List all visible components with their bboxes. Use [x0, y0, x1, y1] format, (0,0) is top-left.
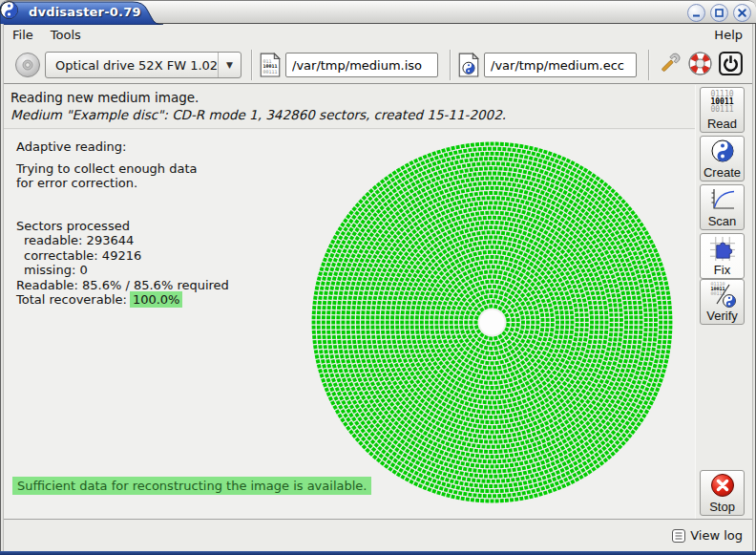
toolbar-separator — [648, 50, 650, 80]
total-recoverable-line: Total recoverable:100.0% — [16, 292, 229, 308]
quit-button[interactable] — [716, 51, 745, 79]
minimize-button[interactable] — [687, 4, 705, 22]
maximize-icon — [712, 6, 726, 20]
reading-description: Trying to collect enough data — [16, 161, 229, 177]
sectors-correctable: correctable: 49216 — [16, 248, 229, 264]
verify-button[interactable]: 01110 10011 00111 Verify — [700, 279, 745, 325]
menu-file[interactable]: File — [4, 26, 42, 44]
yin-yang-icon — [711, 139, 734, 162]
status-line1: Reading new medium image. — [10, 90, 695, 105]
iso-icon-binary-line: 00111 — [262, 69, 277, 75]
maximize-button[interactable] — [710, 4, 728, 22]
sectors-processed-title: Sectors processed — [16, 219, 229, 234]
yin-yang-icon — [723, 294, 736, 308]
scan-button[interactable]: Scan — [700, 184, 745, 230]
success-message: Sufficient data for reconstructing the i… — [12, 477, 371, 495]
compare-icon: 01110 10011 00111 — [709, 282, 736, 308]
optical-drive-icon — [14, 52, 41, 78]
create-button-label: Create — [704, 165, 741, 180]
toolbar-separator — [251, 50, 253, 80]
view-log-label[interactable]: View log — [690, 528, 743, 543]
close-button[interactable] — [733, 4, 751, 22]
disc-spiral-canvas — [304, 134, 682, 512]
reading-mode-heading: Adaptive reading: — [16, 139, 229, 155]
create-button[interactable]: Create — [700, 136, 745, 181]
wrench-icon — [657, 52, 682, 76]
stop-icon — [710, 473, 735, 498]
lifebelt-icon — [687, 51, 713, 76]
status-area: Reading new medium image. Medium "Exampl… — [4, 85, 695, 129]
power-icon — [718, 51, 744, 76]
close-icon — [735, 6, 749, 20]
titlebar[interactable]: dvdisaster-0.79 — [0, 0, 756, 24]
reading-info-panel: Adaptive reading: Trying to collect enou… — [16, 139, 229, 308]
sectors-readable: readable: 293644 — [16, 233, 229, 248]
verify-button-label: Verify — [706, 309, 738, 323]
stop-button[interactable]: Stop — [700, 470, 745, 516]
window-title: dvdisaster-0.79 — [29, 5, 141, 19]
toolbar-separator — [450, 50, 452, 80]
adaptive-reading-panel: Adaptive reading: Trying to collect enou… — [4, 130, 695, 519]
fix-button-label: Fix — [714, 263, 730, 277]
drive-selector-value: Optical drive 52X FW 1.02 — [46, 58, 218, 73]
preferences-button[interactable] — [655, 51, 683, 79]
image-file-input[interactable] — [285, 53, 438, 77]
bottom-statusbar: View log — [4, 519, 752, 551]
fix-button[interactable]: Fix — [700, 233, 745, 279]
dvdisaster-window: dvdisaster-0.79 File Tools Help — [0, 0, 756, 555]
total-recoverable-label: Total recoverable: — [16, 292, 127, 307]
menu-tools[interactable]: Tools — [42, 26, 90, 44]
window-border-right — [752, 24, 756, 551]
ecc-file-icon — [458, 53, 479, 77]
scan-button-label: Scan — [708, 214, 737, 228]
status-line2: Medium "Example disc": CD-R mode 1, 3428… — [10, 107, 695, 122]
total-recoverable-value: 100.0% — [130, 291, 183, 308]
chevron-down-icon: ▼ — [218, 53, 241, 77]
curve-chart-icon — [709, 188, 736, 211]
puzzle-piece-icon — [709, 236, 736, 262]
titlebar-tab: dvdisaster-0.79 — [0, 1, 164, 25]
reading-description: for error correction. — [16, 176, 229, 191]
minimize-icon — [689, 6, 704, 20]
read-button-label: Read — [707, 117, 737, 131]
dvdisaster-logo-icon — [0, 1, 18, 19]
iso-file-icon: 011 10011 00111 — [260, 53, 281, 77]
window-border-left — [0, 24, 4, 551]
window-border-bottom — [0, 551, 756, 555]
read-binary-icon: 01110 10011 00111 — [701, 88, 744, 117]
menu-help[interactable]: Help — [704, 26, 752, 44]
menubar: File Tools Help — [4, 25, 752, 45]
sidebar-separator — [695, 85, 696, 519]
drive-selector[interactable]: Optical drive 52X FW 1.02 ▼ — [45, 52, 242, 78]
view-log-icon — [671, 528, 686, 544]
sectors-missing: missing: 0 — [16, 263, 229, 278]
help-button[interactable] — [685, 51, 714, 79]
read-button[interactable]: 01110 10011 00111 Read — [700, 87, 745, 133]
ecc-file-input[interactable] — [484, 53, 637, 77]
stop-button-label: Stop — [709, 500, 735, 514]
readable-summary: Readable: 85.6% / 85.6% required — [16, 278, 229, 293]
